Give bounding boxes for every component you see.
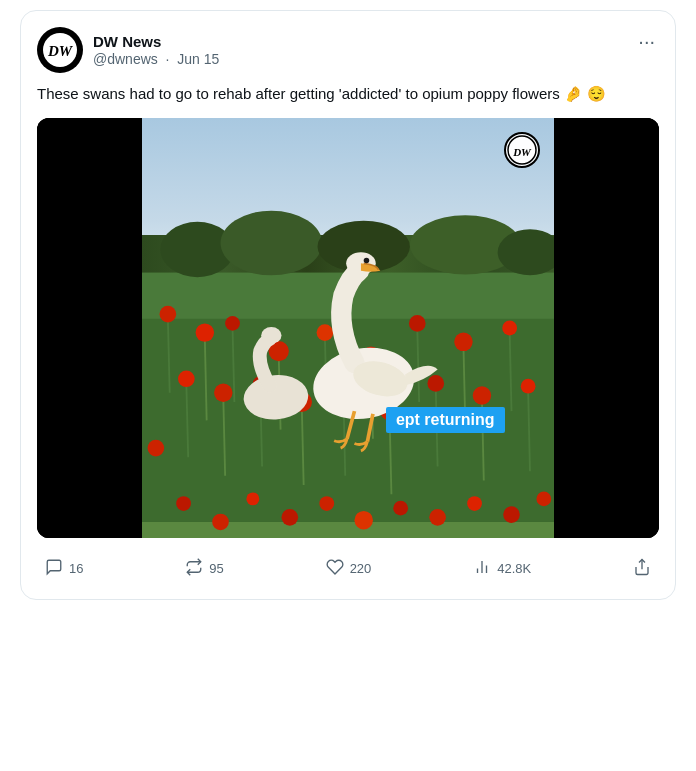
svg-line-34 — [302, 406, 304, 485]
svg-line-12 — [205, 337, 207, 420]
reply-button[interactable]: 16 — [37, 554, 91, 583]
svg-point-19 — [317, 324, 334, 341]
svg-point-57 — [536, 491, 551, 506]
share-button[interactable] — [625, 554, 659, 583]
svg-text:DW: DW — [512, 146, 532, 158]
svg-line-36 — [343, 394, 345, 475]
svg-point-35 — [292, 391, 312, 411]
tweet-header-left: DW DW News @dwnews · Jun 15 — [37, 27, 219, 73]
svg-line-26 — [510, 332, 512, 411]
account-handle[interactable]: @dwnews — [93, 51, 158, 67]
tweet-media[interactable]: DW ept returning — [37, 118, 659, 538]
svg-point-52 — [354, 510, 372, 528]
tweet-text-content: These swans had to go to rehab after get… — [37, 85, 606, 102]
svg-point-13 — [196, 323, 214, 341]
video-subtitle: ept returning — [386, 407, 505, 433]
svg-point-62 — [242, 372, 310, 422]
like-count: 220 — [350, 561, 372, 576]
svg-point-45 — [521, 378, 536, 393]
svg-line-22 — [417, 328, 419, 402]
svg-line-65 — [367, 413, 373, 441]
svg-point-21 — [362, 346, 380, 364]
svg-point-61 — [349, 355, 411, 401]
reply-count: 16 — [69, 561, 83, 576]
svg-line-28 — [186, 383, 188, 457]
svg-point-54 — [429, 509, 446, 526]
tweet-card: DW DW News @dwnews · Jun 15 ··· These sw… — [20, 10, 676, 600]
svg-point-37 — [335, 381, 352, 398]
retweet-button[interactable]: 95 — [177, 554, 231, 583]
svg-point-51 — [319, 496, 334, 511]
svg-point-50 — [281, 509, 298, 526]
svg-point-53 — [393, 500, 408, 515]
svg-point-49 — [246, 492, 259, 505]
svg-point-48 — [212, 513, 229, 530]
svg-line-32 — [260, 388, 262, 467]
retweet-icon — [185, 558, 203, 579]
svg-point-15 — [225, 315, 240, 330]
views-button[interactable]: 42.8K — [465, 554, 539, 583]
account-name[interactable]: DW News — [93, 33, 219, 50]
video-content: DW ept returning — [142, 118, 554, 538]
svg-point-33 — [253, 376, 268, 391]
svg-line-10 — [168, 318, 170, 392]
more-options-button[interactable]: ··· — [634, 27, 659, 55]
account-info: DW News @dwnews · Jun 15 — [93, 33, 219, 67]
black-bar-right — [554, 118, 659, 538]
svg-point-29 — [178, 370, 195, 387]
avatar[interactable]: DW — [37, 27, 83, 73]
share-icon — [633, 558, 651, 579]
dw-watermark: DW — [504, 132, 540, 168]
black-bar-left — [37, 118, 142, 538]
tweet-header: DW DW News @dwnews · Jun 15 ··· — [37, 27, 659, 73]
svg-rect-3 — [142, 272, 554, 521]
video-frame: DW ept returning — [37, 118, 659, 538]
svg-point-63 — [261, 327, 281, 344]
video-container[interactable]: DW ept returning — [37, 118, 659, 538]
svg-text:DW: DW — [47, 43, 74, 59]
svg-line-44 — [528, 390, 530, 470]
svg-point-43 — [473, 386, 491, 404]
svg-point-46 — [148, 439, 165, 456]
svg-line-16 — [279, 355, 281, 429]
tweet-date: Jun 15 — [177, 51, 219, 67]
like-button[interactable]: 220 — [318, 554, 380, 583]
tweet-text: These swans had to go to rehab after get… — [37, 83, 659, 106]
svg-point-25 — [454, 332, 472, 350]
svg-line-14 — [233, 328, 235, 402]
retweet-count: 95 — [209, 561, 223, 576]
svg-point-23 — [409, 315, 426, 332]
svg-point-31 — [214, 383, 232, 401]
svg-point-27 — [502, 320, 517, 335]
tweet-actions: 16 95 220 — [37, 550, 659, 583]
svg-point-41 — [427, 375, 444, 392]
views-count: 42.8K — [497, 561, 531, 576]
svg-line-20 — [371, 360, 373, 439]
account-handle-date: @dwnews · Jun 15 — [93, 51, 219, 67]
svg-line-64 — [347, 411, 354, 439]
views-icon — [473, 558, 491, 579]
svg-point-11 — [160, 305, 177, 322]
reply-icon — [45, 558, 63, 579]
tree-line — [142, 235, 554, 295]
svg-line-30 — [223, 397, 225, 476]
svg-point-17 — [269, 340, 289, 360]
like-icon — [326, 558, 344, 579]
svg-point-47 — [176, 496, 191, 511]
svg-point-55 — [467, 496, 482, 511]
svg-point-56 — [503, 506, 520, 523]
svg-line-18 — [325, 337, 327, 411]
